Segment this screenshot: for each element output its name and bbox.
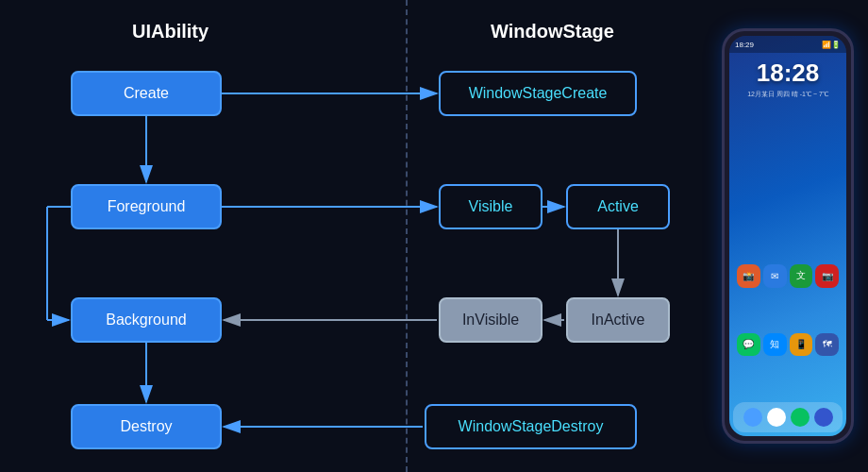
app-icon-5: 💬 [737, 333, 760, 357]
app-icon-8: 🗺 [815, 333, 839, 357]
app-icon-7: 📱 [790, 333, 813, 357]
phone-dock [733, 402, 843, 432]
node-invisible: InVisible [439, 297, 542, 343]
phone-date: 12月某日 周四 晴 -1℃ ~ 7℃ [729, 90, 846, 99]
node-inactive: InActive [566, 297, 670, 343]
diagram-area: UIAbility WindowStage [0, 0, 708, 472]
node-active: Active [566, 184, 670, 229]
phone-time: 18:28 [729, 59, 846, 88]
phone-mockup: 18:29 📶🔋 18:28 12月某日 周四 晴 -1℃ ~ 7℃ 📸 ✉ 文… [722, 28, 854, 444]
windowstage-title: WindowStage [491, 21, 614, 42]
node-foreground: Foreground [71, 184, 222, 229]
phone-status-bar: 18:29 📶🔋 [729, 36, 846, 53]
node-windowstage-create: WindowStageCreate [439, 71, 637, 116]
node-windowstage-destroy: WindowStageDestroy [425, 404, 637, 449]
node-create: Create [71, 71, 222, 116]
phone-outer: 18:29 📶🔋 18:28 12月某日 周四 晴 -1℃ ~ 7℃ 📸 ✉ 文… [722, 28, 854, 444]
node-destroy: Destroy [71, 404, 222, 449]
phone-screen: 18:29 📶🔋 18:28 12月某日 周四 晴 -1℃ ~ 7℃ 📸 ✉ 文… [729, 36, 846, 436]
dock-icon-3 [791, 408, 810, 427]
phone-status-time: 18:29 [735, 41, 754, 49]
app-icon-4: 📷 [815, 264, 839, 288]
app-icon-3: 文 [790, 264, 813, 288]
app-icon-2: ✉ [763, 264, 787, 288]
dock-icon-2 [767, 408, 786, 427]
dock-icon-4 [814, 408, 833, 427]
phone-status-icons: 📶🔋 [822, 41, 841, 49]
app-icon-1: 📸 [737, 264, 760, 288]
app-grid: 📸 ✉ 文 📷 💬 知 📱 🗺 [733, 261, 843, 402]
dock-icon-1 [743, 408, 762, 427]
app-icon-6: 知 [763, 333, 787, 357]
node-background: Background [71, 297, 222, 343]
divider [406, 0, 408, 472]
uiability-title: UIAbility [132, 21, 209, 42]
node-visible: Visible [439, 184, 542, 229]
